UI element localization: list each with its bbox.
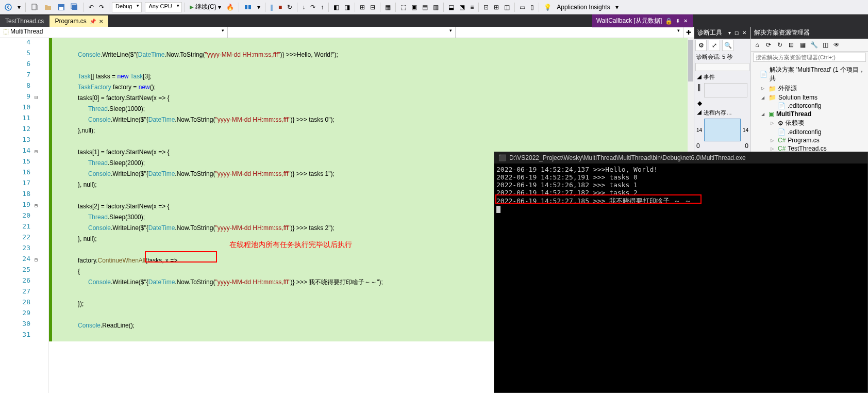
sol-preview-icon[interactable]: 👁 bbox=[831, 40, 842, 50]
diag-zoom-icon[interactable]: 🔍 bbox=[722, 40, 733, 51]
nav-class[interactable] bbox=[228, 27, 456, 38]
step-icon-2[interactable]: ▾ bbox=[255, 2, 262, 13]
tool-icon-o[interactable]: ◫ bbox=[502, 2, 512, 13]
save-all-icon[interactable] bbox=[69, 2, 81, 13]
save-icon[interactable] bbox=[55, 2, 68, 13]
diag-events-header[interactable]: ◢ 事件 bbox=[694, 72, 750, 82]
scrollbar-thumb[interactable] bbox=[688, 40, 693, 81]
sol-props-icon[interactable]: 🔧 bbox=[809, 40, 819, 50]
close-icon[interactable]: ✕ bbox=[99, 19, 103, 24]
tool-icon-n[interactable]: ⊞ bbox=[492, 2, 501, 13]
tree-editorconfig1[interactable]: 📄 .editorconfig bbox=[752, 102, 867, 110]
app-insights-icon[interactable]: 💡 bbox=[542, 2, 554, 13]
pause-icon[interactable]: ‖ bbox=[268, 2, 275, 13]
code-line[interactable] bbox=[52, 136, 688, 146]
split-icon[interactable]: ✚ bbox=[683, 27, 694, 38]
step-out-icon[interactable]: ↑ bbox=[319, 2, 326, 13]
tool-icon-b[interactable]: ◨ bbox=[342, 2, 352, 13]
code-line[interactable]: TaskFactory factory = new(); bbox=[52, 81, 688, 92]
tool-icon-j[interactable]: ⬓ bbox=[446, 2, 456, 13]
events-graph[interactable] bbox=[704, 83, 747, 97]
nav-fwd-icon[interactable]: ▾ bbox=[15, 2, 23, 13]
fold-icon[interactable]: ⊟ bbox=[35, 203, 41, 208]
diag-zoom-fit-icon[interactable]: ⤢ bbox=[709, 40, 720, 51]
tool-icon-k[interactable]: ⬔ bbox=[457, 2, 467, 13]
tool-icon-e[interactable]: ▦ bbox=[383, 2, 393, 13]
tree-editorconfig2[interactable]: 📄 .editorconfig bbox=[752, 128, 867, 136]
platform-dropdown[interactable]: Any CPU bbox=[145, 2, 181, 12]
redo-icon[interactable]: ↷ bbox=[97, 2, 106, 13]
solution-search-input[interactable] bbox=[753, 53, 866, 62]
tree-programcs[interactable]: ▷ C# Program.cs bbox=[752, 136, 867, 144]
tool-icon-d[interactable]: ⊟ bbox=[368, 2, 377, 13]
undo-icon[interactable]: ↶ bbox=[87, 2, 96, 13]
hot-reload-icon[interactable]: 🔥 bbox=[224, 2, 236, 13]
step-over-icon[interactable]: ↷ bbox=[308, 2, 318, 13]
nav-scope[interactable]: ⬚ MultiThread bbox=[0, 27, 228, 38]
tool-icon-i[interactable]: ▥ bbox=[431, 2, 441, 13]
sol-view-icon[interactable]: ◫ bbox=[820, 40, 830, 50]
expand-icon[interactable]: ▷ bbox=[771, 146, 776, 151]
nav-member[interactable] bbox=[456, 27, 683, 38]
tool-icon-m[interactable]: ⊡ bbox=[481, 2, 491, 13]
diag-timeline-graph[interactable] bbox=[695, 63, 749, 71]
sol-home-icon[interactable]: ⌂ bbox=[752, 40, 762, 50]
expand-icon[interactable]: ▷ bbox=[771, 138, 776, 143]
tool-icon-c[interactable]: ⊞ bbox=[358, 2, 367, 13]
diag-memory-header[interactable]: ◢ 进程内存… bbox=[694, 108, 750, 118]
tree-solitems[interactable]: ◢ 📁 Solution Items bbox=[752, 93, 867, 102]
tree-external[interactable]: ▷ 📁 外部源 bbox=[752, 84, 867, 93]
stop-icon[interactable]: ■ bbox=[276, 2, 284, 13]
metadata-tab-controls[interactable]: ⬍ ✕ bbox=[676, 18, 689, 24]
diag-settings-icon[interactable]: ⚙ bbox=[695, 40, 707, 51]
step-into-icon[interactable]: ↓ bbox=[300, 2, 307, 13]
code-line[interactable] bbox=[52, 38, 688, 49]
expand-icon[interactable]: ▷ bbox=[771, 121, 776, 125]
memory-graph[interactable] bbox=[704, 119, 741, 141]
fold-icon[interactable]: ⊟ bbox=[35, 149, 41, 154]
expand-icon[interactable]: ◢ bbox=[761, 112, 766, 117]
code-line[interactable] bbox=[52, 60, 688, 71]
fold-icon[interactable]: ⊟ bbox=[35, 257, 41, 263]
sol-collapse-icon[interactable]: ⊟ bbox=[786, 40, 796, 50]
fold-icon[interactable]: ⊟ bbox=[35, 94, 41, 100]
continue-button[interactable]: ▶ 继续(C) ▾ bbox=[188, 2, 223, 13]
tool-icon-f[interactable]: ⬚ bbox=[398, 2, 408, 13]
console-window[interactable]: ⬛ D:\VS2022_Project\Wesky\MultiThread\Mu… bbox=[494, 152, 868, 393]
app-insights-drop[interactable]: ▾ bbox=[613, 2, 621, 13]
code-line[interactable]: Console.WriteLine($"{DateTime.Now.ToStri… bbox=[52, 114, 688, 125]
console-title-bar[interactable]: ⬛ D:\VS2022_Project\Wesky\MultiThread\Mu… bbox=[494, 152, 867, 163]
metadata-tab[interactable]: WaitCallback [从元数据] 🔒 ⬍ ✕ bbox=[592, 14, 693, 27]
tool-icon-g[interactable]: ▣ bbox=[409, 2, 419, 13]
expand-icon[interactable]: ▷ bbox=[761, 86, 766, 91]
sol-showall-icon[interactable]: ▦ bbox=[797, 40, 808, 50]
panel-controls[interactable]: ▾ ◻ ✕ bbox=[728, 30, 747, 36]
code-line[interactable]: Console.WriteLine($"{DateTime.Now.ToStri… bbox=[52, 49, 688, 60]
sol-sync-icon[interactable]: ⟳ bbox=[763, 40, 774, 50]
sol-refresh-icon[interactable]: ↻ bbox=[775, 40, 785, 50]
open-icon[interactable] bbox=[42, 2, 54, 13]
code-line[interactable]: Task[] tasks = new Task[3]; bbox=[52, 71, 688, 81]
config-dropdown[interactable]: Debug bbox=[112, 2, 142, 12]
app-insights-label[interactable]: Application Insights bbox=[555, 2, 612, 13]
solution-tree[interactable]: 📄 解决方案 'MultiThread' (1 个项目，共 ▷ 📁 外部源 ◢ … bbox=[751, 63, 868, 155]
tool-icon-l[interactable]: ≡ bbox=[468, 2, 476, 13]
new-file-icon[interactable] bbox=[28, 2, 41, 13]
code-line[interactable]: },null); bbox=[52, 125, 688, 136]
tool-icon-a[interactable]: ◧ bbox=[331, 2, 341, 13]
tool-icon-h[interactable]: ▤ bbox=[420, 2, 430, 13]
tab-testthread[interactable]: TestThread.cs bbox=[0, 15, 49, 27]
tree-deps[interactable]: ▷ ⚙ 依赖项 bbox=[752, 118, 867, 128]
tree-root[interactable]: 📄 解决方案 'MultiThread' (1 个项目，共 bbox=[752, 65, 867, 84]
code-line[interactable]: tasks[0] = factory.StartNew(x => { bbox=[52, 92, 688, 103]
code-line[interactable]: Thread.Sleep(1000); bbox=[52, 103, 688, 114]
tree-project[interactable]: ◢ ▣ MultiThread bbox=[752, 110, 867, 118]
pin-icon[interactable]: 📌 bbox=[90, 19, 96, 24]
tab-program[interactable]: Program.cs 📌 ✕ bbox=[49, 15, 108, 27]
expand-icon[interactable]: ◢ bbox=[761, 95, 766, 100]
nav-back-icon[interactable] bbox=[2, 2, 14, 13]
restart-icon[interactable]: ↻ bbox=[285, 2, 294, 13]
tool-icon-p[interactable]: ▭ bbox=[518, 2, 527, 13]
step-icon-1[interactable] bbox=[242, 2, 254, 13]
tool-icon-q[interactable]: ▯ bbox=[528, 2, 536, 13]
